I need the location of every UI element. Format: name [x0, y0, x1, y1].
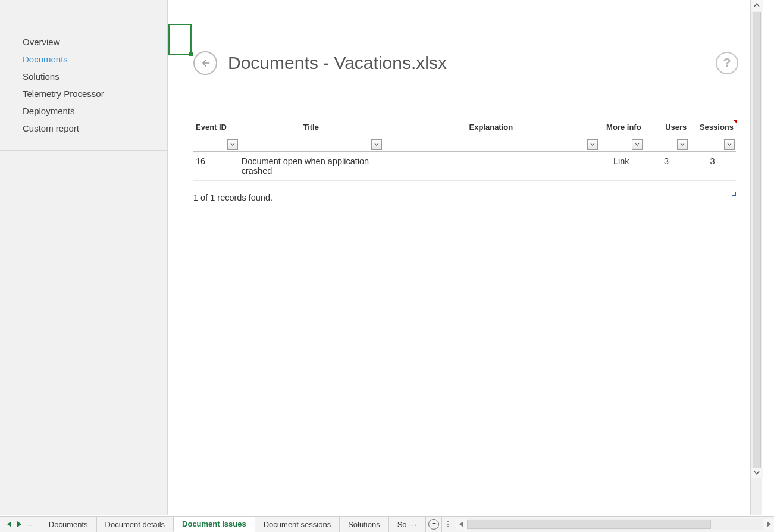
sheet-tab-bar: ··· Documents Document details Document …: [0, 516, 774, 532]
hscroll-thumb[interactable]: [467, 520, 711, 529]
col-sessions: Sessions: [689, 121, 736, 152]
table-row[interactable]: 16 Document open when application crashe…: [193, 152, 736, 181]
back-button[interactable]: [193, 51, 217, 75]
sidebar: Overview Documents Solutions Telemetry P…: [0, 0, 168, 151]
sheet-nav-next[interactable]: [17, 520, 21, 529]
scroll-down-button[interactable]: [751, 468, 763, 478]
sidebar-item-deployments[interactable]: Deployments: [23, 102, 167, 120]
active-cell-indicator[interactable]: [168, 24, 192, 55]
col-users: Users: [644, 121, 690, 152]
vertical-scrollbar[interactable]: [750, 0, 762, 515]
ellipsis-icon: ···: [409, 520, 418, 529]
cell-more-info: Link: [599, 152, 644, 181]
chevron-down-icon: [727, 143, 732, 146]
horizontal-scrollbar[interactable]: [456, 517, 774, 532]
scroll-thumb[interactable]: [753, 12, 761, 471]
issues-table: Event ID Title Explanation: [193, 121, 736, 181]
sheet-bar-options[interactable]: [442, 517, 454, 532]
cell-users: 3: [644, 152, 690, 181]
sheet-tab-solutions[interactable]: Solutions: [339, 517, 388, 532]
filter-title[interactable]: [371, 139, 382, 150]
col-users-label: Users: [665, 123, 687, 132]
sheet-nav-more[interactable]: ···: [26, 520, 33, 529]
chevron-down-icon: [635, 143, 640, 146]
sheet-tab-document-details[interactable]: Document details: [96, 517, 174, 532]
filter-event-id[interactable]: [227, 139, 238, 150]
col-more-info: More info: [599, 121, 644, 152]
page-title: Documents - Vacations.xlsx: [228, 53, 716, 73]
sidebar-nav: Overview Documents Solutions Telemetry P…: [0, 0, 167, 137]
chevron-down-icon: [754, 471, 760, 475]
sheet-tab-document-issues[interactable]: Document issues: [173, 517, 255, 532]
chevron-down-icon: [230, 143, 235, 146]
plus-icon: +: [428, 519, 439, 530]
chevron-up-icon: [754, 3, 760, 8]
col-event-id: Event ID: [193, 121, 239, 152]
cell-sessions: 3: [689, 152, 736, 181]
col-explanation: Explanation: [383, 121, 599, 152]
triangle-left-icon: [459, 521, 464, 527]
filter-sessions[interactable]: [724, 139, 735, 150]
triangle-right-icon: [17, 521, 21, 527]
vertical-dots-icon: [447, 521, 449, 528]
col-explanation-label: Explanation: [469, 123, 513, 132]
hscroll-right-button[interactable]: [763, 519, 774, 530]
filter-users[interactable]: [677, 139, 688, 150]
sidebar-item-solutions[interactable]: Solutions: [23, 68, 167, 85]
sheet-tabs: Documents Document details Document issu…: [40, 517, 427, 532]
sheet-tab-document-sessions[interactable]: Document sessions: [255, 517, 340, 532]
sheet-tab-truncated-label: So: [397, 520, 407, 529]
table-resize-handle[interactable]: [731, 188, 736, 193]
sheet-tab-documents[interactable]: Documents: [40, 517, 97, 532]
hscroll-left-button[interactable]: [456, 519, 467, 530]
col-sessions-label: Sessions: [700, 123, 734, 132]
cell-event-id: 16: [193, 152, 239, 181]
help-button[interactable]: ?: [716, 52, 738, 74]
resize-corner-icon: [731, 191, 736, 196]
main-pane: Documents - Vacations.xlsx ?: [168, 0, 762, 515]
chevron-down-icon: [374, 143, 379, 146]
chevron-down-icon: [680, 143, 685, 146]
scroll-up-button[interactable]: [751, 0, 763, 11]
sessions-link[interactable]: 3: [710, 157, 715, 166]
issues-table-wrap: Event ID Title Explanation: [193, 121, 736, 202]
sidebar-lower: [0, 151, 168, 515]
hscroll-track[interactable]: [467, 519, 763, 530]
col-more-info-label: More info: [606, 123, 641, 132]
chevron-down-icon: [590, 143, 595, 146]
sidebar-item-custom-report[interactable]: Custom report: [23, 120, 167, 137]
col-event-id-label: Event ID: [196, 123, 227, 132]
filter-explanation[interactable]: [587, 139, 598, 150]
sidebar-item-overview[interactable]: Overview: [23, 33, 167, 51]
triangle-right-icon: [766, 521, 771, 527]
cell-explanation: [383, 152, 599, 181]
new-sheet-button[interactable]: +: [426, 517, 442, 532]
sheet-nav-prev[interactable]: [7, 520, 12, 529]
cell-title: Document open when application crashed: [239, 152, 383, 181]
sheet-nav-arrows: ···: [0, 517, 40, 532]
sidebar-item-telemetry-processor[interactable]: Telemetry Processor: [23, 85, 167, 102]
triangle-left-icon: [7, 521, 12, 527]
sidebar-item-documents[interactable]: Documents: [23, 51, 167, 68]
filter-more-info[interactable]: [632, 139, 643, 150]
records-found: 1 of 1 records found.: [193, 193, 736, 202]
col-title: Title: [239, 121, 383, 152]
sheet-tab-truncated[interactable]: So ···: [388, 517, 427, 532]
arrow-left-icon: [200, 58, 210, 68]
more-info-link[interactable]: Link: [613, 157, 629, 166]
col-title-label: Title: [303, 123, 319, 132]
page-header: Documents - Vacations.xlsx ?: [193, 51, 738, 75]
question-mark-icon: ?: [723, 55, 731, 71]
comment-indicator-icon: [734, 120, 737, 124]
workspace: Overview Documents Solutions Telemetry P…: [0, 0, 762, 515]
